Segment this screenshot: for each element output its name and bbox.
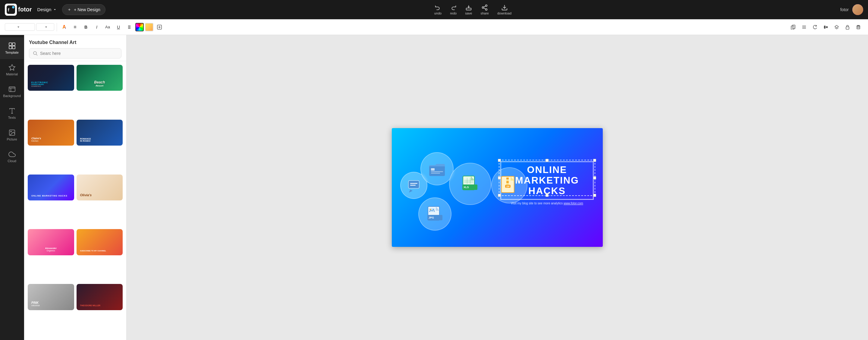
svg-marker-29	[9, 64, 15, 70]
xls-icon-element: XLS	[449, 163, 491, 205]
undo-button[interactable]: undo	[434, 4, 441, 15]
svg-point-35	[33, 52, 36, 55]
canvas-background[interactable]: JPG XLS	[392, 128, 603, 247]
canvas-wrapper: JPG XLS	[392, 128, 603, 247]
sidebar-item-background[interactable]: Background	[0, 81, 24, 102]
svg-point-34	[10, 131, 11, 132]
line-height-button[interactable]	[124, 22, 134, 32]
font-name-label: Aleo	[7, 25, 16, 29]
save-button[interactable]: save	[465, 4, 472, 15]
font-size-select[interactable]: 14	[36, 23, 54, 31]
logo-area: f fotor	[5, 4, 32, 16]
svg-rect-28	[12, 46, 15, 49]
search-box	[29, 48, 121, 59]
search-input[interactable]	[40, 51, 118, 56]
sidebar-item-template[interactable]: Template	[0, 37, 24, 59]
template-card[interactable]: ELECTRONIC DANCE MUSIC EDMMIXES	[28, 65, 74, 91]
font-color-icon: A	[62, 24, 66, 30]
delete-button[interactable]	[854, 22, 863, 32]
new-design-button[interactable]: ＋ + New Design	[62, 4, 105, 15]
sidebar-item-material[interactable]: Material	[0, 59, 24, 81]
left-panel: Youtube Channel Art ELECTRONIC DANCE MUS…	[24, 35, 127, 340]
jpg-icon: JPG	[426, 205, 444, 223]
fotor-logo[interactable]: f	[5, 4, 17, 16]
lock-icon	[845, 25, 850, 30]
share-icon	[481, 4, 488, 11]
arrange-button[interactable]	[799, 22, 809, 32]
avatar[interactable]	[852, 4, 863, 15]
align-objects-button[interactable]	[821, 22, 831, 32]
template-card[interactable]: Theodore Miller	[76, 284, 123, 310]
lock-button[interactable]	[843, 22, 852, 32]
share-button[interactable]: share	[480, 4, 489, 15]
canvas-main-title: ONLINE MARKETING HACKS	[500, 161, 594, 200]
font-color-button[interactable]: A	[59, 22, 69, 32]
sidebar-picture-label: Picture	[7, 137, 17, 141]
logo-text: fotor	[18, 6, 32, 13]
rotate-button[interactable]	[810, 22, 820, 32]
line-height-icon	[127, 25, 132, 30]
bold-icon: B	[84, 25, 87, 30]
folder-icon-element	[421, 152, 454, 185]
text-effects-button[interactable]	[155, 22, 164, 32]
svg-point-49	[430, 209, 431, 210]
header-center: undo redo save share download	[105, 4, 840, 15]
canvas-text-area[interactable]: ONLINE MARKETING HACKS Visit my blog sit…	[500, 161, 594, 205]
template-card[interactable]: SUBSCRIBE TO MY CHANNEL	[76, 229, 123, 255]
copy-button[interactable]	[788, 22, 798, 32]
svg-line-8	[484, 6, 486, 7]
header-right: fotor	[840, 4, 863, 15]
italic-icon: I	[96, 25, 97, 30]
italic-button[interactable]: I	[92, 22, 101, 32]
sidebar-cloud-label: Cloud	[7, 159, 16, 163]
download-button[interactable]: download	[497, 4, 512, 15]
svg-text:JPG: JPG	[429, 216, 434, 219]
bold-button[interactable]: B	[81, 22, 91, 32]
template-card[interactable]: Beach Resort	[76, 65, 123, 91]
sidebar-item-cloud[interactable]: Cloud	[0, 146, 24, 167]
template-card[interactable]: Olivia's	[76, 175, 123, 200]
template-card[interactable]: PINK HAVANA	[28, 284, 74, 310]
underline-button[interactable]: U	[114, 22, 123, 32]
template-card[interactable]: Alexander Organics	[28, 229, 74, 255]
font-size-label: 14	[39, 25, 43, 29]
font-size-aa-button[interactable]: Aa	[103, 22, 113, 32]
canvas-subtitle: Visit my blog site to see more analytics…	[500, 202, 594, 205]
font-family-select[interactable]: Aleo	[5, 23, 35, 31]
chat-icon	[407, 178, 421, 193]
sidebar-template-label: Template	[5, 51, 19, 54]
download-icon	[501, 4, 508, 11]
svg-rect-27	[9, 46, 12, 49]
cloud-icon	[8, 151, 16, 158]
template-icon	[8, 42, 16, 50]
underline-icon: U	[117, 25, 120, 30]
svg-line-7	[484, 8, 486, 9]
svg-point-6	[486, 8, 487, 10]
size-dropdown-icon	[44, 25, 48, 29]
svg-marker-22	[835, 25, 838, 28]
user-name: fotor	[840, 7, 849, 12]
template-card[interactable]: Claire's Kitchen	[28, 120, 74, 146]
svg-point-2	[12, 6, 14, 8]
color-picker-button[interactable]	[135, 23, 144, 31]
text-align-button[interactable]: ≡	[70, 22, 80, 32]
template-card[interactable]: ONLINE MARKETING HACKS	[28, 175, 74, 200]
rotate-icon	[812, 25, 817, 30]
svg-rect-12	[128, 28, 130, 29]
template-card[interactable]: ROMANCE IN RODEO	[76, 120, 123, 146]
highlight-button[interactable]	[145, 23, 153, 31]
sidebar-texts-label: Texts	[8, 116, 16, 119]
svg-rect-30	[9, 87, 15, 92]
svg-rect-23	[846, 27, 849, 29]
layers-icon	[834, 25, 839, 30]
sidebar-item-picture[interactable]: Picture	[0, 124, 24, 146]
text-effects-icon	[157, 24, 162, 30]
redo-button[interactable]: redo	[450, 4, 457, 15]
plus-icon: ＋	[67, 7, 71, 12]
canvas-subtitle-link[interactable]: www.fotor.com	[564, 202, 583, 205]
sidebar-item-texts[interactable]: Texts	[0, 102, 24, 124]
svg-rect-43	[431, 173, 440, 174]
background-icon	[8, 86, 16, 93]
layers-button[interactable]	[832, 22, 841, 32]
design-menu-button[interactable]: Design	[34, 5, 60, 14]
